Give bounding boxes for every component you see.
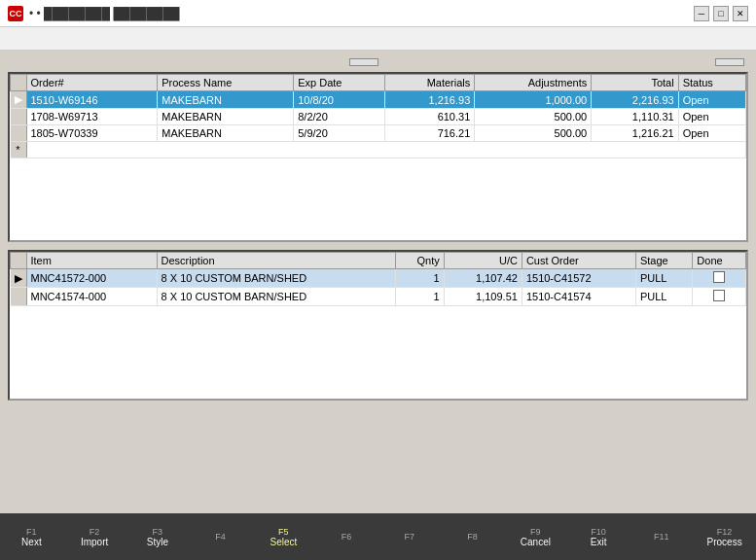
order-table: Order# Process Name Exp Date Materials A… (10, 74, 746, 158)
item-qnty: 1 (395, 269, 444, 288)
item-num: MNC41574-000 (26, 288, 157, 306)
col-item-indicator (11, 253, 27, 269)
item-description: 8 X 10 CUSTOM BARN/SHED (157, 269, 395, 288)
row-indicator: ▶ (11, 269, 27, 288)
item-cust-order: 1510-C41574 (522, 288, 635, 306)
order-table-row[interactable]: 1805-W70339 MAKEBARN 5/9/20 716.21 500.0… (11, 125, 746, 142)
fn-key-f1[interactable]: F1Next (0, 523, 63, 551)
select-button[interactable] (349, 58, 378, 66)
row-indicator (11, 125, 27, 142)
item-done[interactable] (693, 269, 746, 288)
fn-key-f7[interactable]: F7 (378, 528, 442, 545)
item-table-container: Item Description Qnty U/C Cust Order Sta… (8, 250, 748, 401)
exp-date: 10/8/20 (294, 91, 385, 109)
item-uc: 1,109.51 (444, 288, 522, 306)
main-content: Order# Process Name Exp Date Materials A… (0, 51, 756, 513)
close-button[interactable]: ✕ (733, 6, 748, 21)
col-process-name: Process Name (158, 75, 294, 91)
col-adjustments: Adjustments (475, 75, 592, 91)
item-num: MNC41572-000 (26, 269, 157, 288)
order-table-row[interactable]: ▶ 1510-W69146 MAKEBARN 10/8/20 1,216.93 … (11, 91, 746, 109)
col-done: Done (693, 253, 746, 269)
maximize-button[interactable]: □ (713, 6, 729, 21)
materials: 610.31 (384, 109, 475, 125)
item-table-row[interactable]: MNC41574-000 8 X 10 CUSTOM BARN/SHED 1 1… (11, 288, 746, 306)
total: 1,110.31 (592, 109, 678, 125)
fn-key-f3[interactable]: F3Style (126, 523, 190, 551)
item-cust-order: 1510-C41572 (522, 269, 635, 288)
col-item: Item (26, 253, 157, 269)
status: Open (678, 91, 745, 109)
status: Open (678, 125, 745, 142)
row-indicator (11, 109, 27, 125)
adjustments: 1,000.00 (475, 91, 592, 109)
order-num: 1708-W69713 (26, 109, 158, 125)
col-materials: Materials (384, 75, 475, 91)
menu-memos[interactable] (39, 37, 54, 41)
exp-date: 5/9/20 (294, 125, 385, 142)
fn-key-f9[interactable]: F9Cancel (504, 523, 567, 551)
minimize-button[interactable]: ─ (694, 6, 709, 21)
col-uc: U/C (444, 253, 522, 269)
status: Open (678, 109, 745, 125)
process-name: MAKEBARN (158, 109, 294, 125)
col-cust-order: Cust Order (522, 253, 635, 269)
menu-favorites[interactable] (21, 37, 37, 41)
item-done[interactable] (693, 288, 746, 306)
total: 1,216.21 (592, 125, 678, 142)
item-qnty: 1 (395, 288, 444, 306)
total: 2,216.93 (592, 91, 678, 109)
adjustments: 500.00 (475, 109, 592, 125)
fn-key-f6[interactable]: F6 (315, 528, 378, 545)
station-name: ████████ (113, 7, 179, 20)
exp-date: 8/2/20 (294, 109, 385, 125)
col-description: Description (157, 253, 395, 269)
fn-key-f5[interactable]: F5Select (252, 523, 315, 551)
item-stage: PULL (635, 288, 692, 306)
order-table-row[interactable]: 1708-W69713 MAKEBARN 8/2/20 610.31 500.0… (11, 109, 746, 125)
adjustments: 500.00 (475, 125, 592, 142)
item-description: 8 X 10 CUSTOM BARN/SHED (157, 288, 395, 306)
order-num: 1805-W70339 (26, 125, 158, 142)
process-name: MAKEBARN (158, 125, 294, 142)
fn-key-f12[interactable]: F12Process (693, 523, 756, 551)
menu-help[interactable] (56, 37, 72, 41)
col-status: Status (678, 75, 745, 91)
menu-file[interactable] (4, 37, 19, 41)
branch-list-button[interactable] (715, 58, 744, 66)
fn-key-f11[interactable]: F11 (630, 528, 694, 545)
window-controls: ─ □ ✕ (694, 6, 748, 21)
col-indicator (11, 75, 27, 91)
col-order-num: Order# (26, 75, 158, 91)
fn-key-f8[interactable]: F8 (441, 528, 504, 545)
app-icon: CC (8, 6, 23, 21)
order-table-container: Order# Process Name Exp Date Materials A… (8, 72, 748, 242)
col-exp-date: Exp Date (294, 75, 385, 91)
item-table: Item Description Qnty U/C Cust Order Sta… (10, 252, 746, 306)
function-key-bar: F1NextF2ImportF3StyleF4F5SelectF6F7F8F9C… (0, 513, 756, 560)
order-selection-header (8, 58, 748, 66)
materials: 716.21 (384, 125, 475, 142)
order-num: 1510-W69146 (26, 91, 158, 109)
menu-bar (0, 27, 756, 51)
row-indicator: ▶ (11, 91, 27, 109)
fn-key-f10[interactable]: F10Exit (567, 523, 630, 551)
title-bar: CC • • ████████ ████████ ─ □ ✕ (0, 0, 756, 27)
process-name: MAKEBARN (158, 91, 294, 109)
col-qnty: Qnty (395, 253, 444, 269)
item-uc: 1,107.42 (444, 269, 522, 288)
materials: 1,216.93 (384, 91, 475, 109)
app-title: • • ████████ ████████ (29, 7, 179, 20)
row-indicator (11, 288, 27, 306)
item-stage: PULL (635, 269, 692, 288)
item-table-row[interactable]: ▶ MNC41572-000 8 X 10 CUSTOM BARN/SHED 1… (11, 269, 746, 288)
fn-key-f2[interactable]: F2Import (63, 523, 126, 551)
col-total: Total (592, 75, 678, 91)
col-stage: Stage (635, 253, 692, 269)
star-row: * (11, 142, 746, 158)
fn-key-f4[interactable]: F4 (189, 528, 252, 545)
user-name: ████████ (44, 7, 113, 20)
